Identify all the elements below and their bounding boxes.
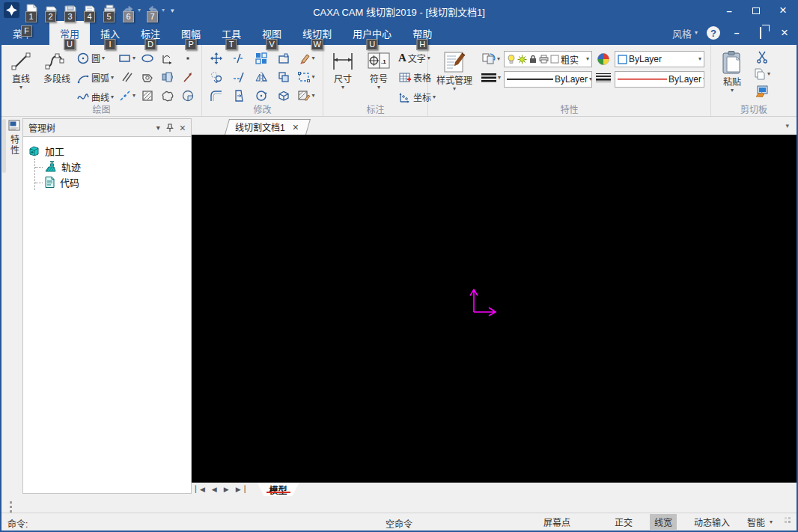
undo-dropdown-arrow-icon[interactable] (138, 7, 141, 13)
cut-button[interactable] (755, 50, 769, 64)
dimension-tool-button[interactable]: 尺寸 (326, 49, 359, 91)
paste-special-button[interactable] (755, 85, 769, 98)
tab-xianqiege[interactable]: 线切割W (292, 21, 342, 45)
extend-tool-button[interactable] (232, 70, 246, 84)
gear-tool-button[interactable] (161, 70, 174, 84)
plate-hole-tool-button[interactable] (141, 70, 154, 84)
point-tool-button[interactable] (181, 52, 195, 65)
window-list-arrow-icon[interactable] (785, 122, 789, 129)
dropdown-arrow-icon[interactable] (341, 85, 344, 91)
print-button[interactable]: 5 (102, 2, 117, 18)
polyline-tool-button[interactable]: 多段线 (40, 49, 73, 85)
dropdown-arrow-icon[interactable] (453, 86, 456, 92)
pin-icon[interactable] (166, 123, 174, 132)
linetype-combobox[interactable]: ByLayer (504, 71, 592, 88)
tab-changyong[interactable]: 常用U (49, 21, 90, 45)
app-logo-icon[interactable] (4, 2, 19, 18)
tab-tufu[interactable]: 图幅P (171, 21, 211, 45)
mirror-tool-button[interactable] (255, 70, 268, 84)
mdi-restore-button[interactable] (753, 28, 768, 38)
maximize-button[interactable] (743, 0, 770, 21)
save-as-button[interactable]: 4 (82, 2, 97, 18)
dropdown-arrow-icon[interactable] (19, 85, 22, 91)
tree-node-trajectory[interactable]: 轨迹 (35, 159, 186, 174)
copy-button[interactable] (753, 67, 770, 81)
trim-tool-button[interactable] (232, 52, 246, 65)
help-button[interactable]: ? (707, 26, 720, 40)
dynamic-input-toggle[interactable]: 动态输入 (689, 514, 734, 530)
tab-bangzhu[interactable]: 帮助H (402, 21, 442, 45)
hatch-edit-tool-button[interactable] (297, 89, 314, 103)
snap-mode-dropdown[interactable]: 智能 (747, 516, 773, 528)
dashed-line-tool-button[interactable] (118, 89, 135, 103)
next-sheet-button[interactable] (220, 486, 232, 493)
menu-button[interactable]: 菜单 F (0, 21, 45, 45)
copy-tool-button[interactable] (210, 70, 223, 84)
pick-arrow-tool-button[interactable] (181, 70, 195, 84)
properties-dock-tab[interactable]: 特性 (7, 120, 22, 156)
erase-tool-button[interactable] (297, 52, 314, 65)
style-manager-button[interactable]: 样式管理 (431, 49, 478, 92)
panel-close-button[interactable] (180, 122, 186, 134)
tab-gongju[interactable]: 工具T (211, 21, 252, 45)
dropdown-arrow-icon[interactable] (731, 88, 734, 94)
open-document-button[interactable]: 2 (43, 2, 58, 18)
style-dropdown[interactable]: 风格 (672, 26, 698, 40)
circle-tool-button[interactable]: 圆 (76, 49, 114, 67)
rectangle-tool-button[interactable] (118, 52, 135, 65)
spline-region-tool-button[interactable] (161, 89, 174, 103)
ortho-toggle[interactable]: 正交 (610, 514, 637, 530)
panel-menu-arrow-icon[interactable] (156, 125, 160, 131)
move-tool-button[interactable] (210, 52, 223, 65)
screen-point-label[interactable]: 屏幕点 (543, 516, 570, 528)
redo-button[interactable]: 7 (145, 2, 160, 18)
dock-grip-dots[interactable] (10, 501, 12, 504)
linetype-button[interactable] (481, 73, 501, 83)
resize-grip[interactable] (788, 521, 791, 523)
scale-tool-button[interactable] (297, 70, 314, 84)
redo-dropdown-arrow-icon[interactable] (162, 7, 165, 13)
save-button[interactable]: 3 (63, 2, 78, 18)
color-combobox[interactable]: ByLayer (615, 51, 704, 67)
lineweight-button[interactable] (595, 73, 612, 84)
offset-tool-button[interactable] (277, 70, 290, 84)
tab-shitu[interactable]: 视图V (252, 21, 292, 45)
tree-node-code[interactable]: 代码 (35, 174, 186, 190)
paste-button[interactable]: 粘贴 (714, 49, 750, 94)
rotate-tool-button[interactable] (255, 89, 268, 103)
new-document-button[interactable]: 1 (24, 2, 39, 18)
undo-button[interactable]: 6 (121, 2, 136, 18)
hide-tool-button[interactable] (277, 89, 290, 103)
qat-customize-arrow-icon[interactable] (171, 7, 174, 14)
hatch-tool-button[interactable] (141, 89, 154, 103)
dock-splitter-handle[interactable] (2, 119, 6, 173)
dropdown-arrow-icon[interactable] (377, 85, 380, 91)
stretch-tool-button[interactable] (277, 52, 290, 65)
last-sheet-button[interactable] (232, 486, 249, 493)
line-tool-button[interactable]: 直线 (4, 49, 37, 91)
model-sheet-tab[interactable]: 模型 (258, 483, 299, 496)
parallel-tool-button[interactable] (121, 70, 134, 84)
tab-biaozhu[interactable]: 标注D (130, 21, 171, 45)
mdi-minimize-button[interactable] (729, 28, 744, 38)
arc-tool-button[interactable]: 圆弧 (76, 68, 114, 87)
layer-convert-button[interactable] (481, 52, 500, 66)
fillet-tool-button[interactable] (210, 89, 223, 103)
previous-sheet-button[interactable] (208, 486, 220, 493)
symbol-tool-button[interactable]: .1 符号 (362, 49, 395, 91)
tab-yonghuzhongxin[interactable]: 用户中心U (342, 21, 402, 45)
tree-node-machining[interactable]: 加工 (28, 143, 186, 159)
layer-combobox[interactable]: 粗实 (504, 51, 592, 67)
first-sheet-button[interactable] (192, 486, 208, 493)
chamfer-tool-button[interactable] (232, 89, 246, 103)
tab-charu[interactable]: 插入I (90, 21, 130, 45)
document-tab[interactable]: 线切割文档1 (225, 119, 306, 135)
section-tool-button[interactable] (181, 89, 195, 103)
profile-tool-button[interactable] (161, 52, 174, 65)
mdi-close-button[interactable] (777, 25, 792, 40)
array-tool-button[interactable] (255, 52, 268, 65)
ellipse-tool-button[interactable] (141, 52, 154, 65)
lineweight-toggle[interactable]: 线宽 (650, 514, 677, 530)
minimize-button[interactable] (716, 0, 743, 21)
document-tab-close-icon[interactable] (293, 121, 299, 133)
